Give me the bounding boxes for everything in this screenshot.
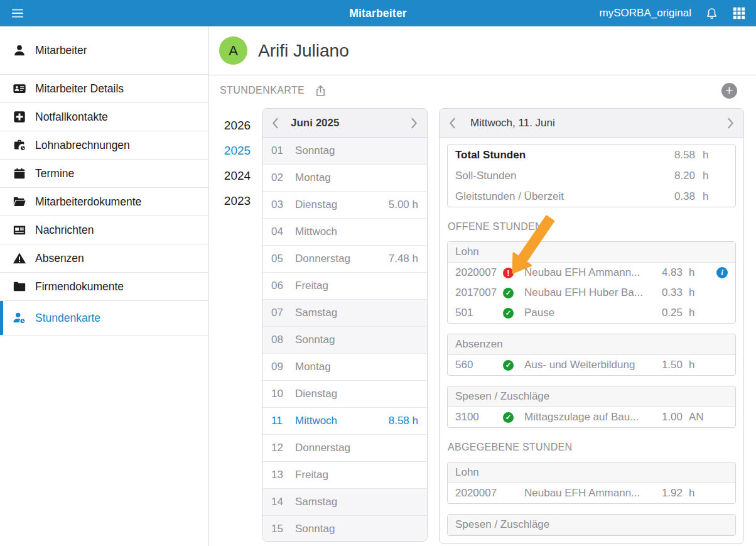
entry-value: 0.33 (651, 287, 683, 299)
day-name: Mittwoch (295, 226, 418, 238)
next-month-button[interactable] (411, 117, 418, 129)
day-list: 01Sonntag02Montag03Dienstag5.00 h04Mittw… (262, 138, 427, 542)
calendar-day-row[interactable]: 05Donnerstag7.48 h (262, 246, 427, 273)
summary-value: 8.58 (664, 149, 695, 161)
day-number: 11 (271, 415, 295, 427)
calendar-day-row[interactable]: 07Samstag (262, 300, 427, 327)
status-cell: ! (503, 268, 524, 278)
upload-icon[interactable] (314, 84, 327, 97)
sidebar-item-label: Firmendokumente (35, 280, 124, 293)
day-detail-panel: Mittwoch, 11. Juni Total Stunden8.58hSol… (439, 108, 744, 544)
status-ok-icon: ✓ (503, 288, 514, 298)
section-title: STUNDENKARTE (220, 85, 305, 96)
calendar-day-row[interactable]: 04Mittwoch (262, 219, 427, 246)
sidebar-item-stundenkarte[interactable]: Stundenkarte (0, 301, 208, 336)
hours-entry-row[interactable]: 3100✓Mittagszulage auf Bau...1.00AN (448, 407, 735, 427)
year-item-2025[interactable]: 2025 (224, 138, 251, 163)
status-cell: ✓ (503, 412, 524, 423)
year-item-2023[interactable]: 2023 (224, 188, 251, 214)
hours-entry-row[interactable]: 501✓Pause0.25h (448, 303, 735, 323)
hours-entry-row[interactable]: 560✓Aus- und Weiterbildung1.50h (448, 355, 735, 375)
status-cell: ✓ (503, 308, 524, 319)
hours-group-lohn: Lohn2020007!Neubau EFH Ammann...4.83hi20… (447, 241, 736, 324)
entry-code: 3100 (455, 411, 503, 423)
year-list: 2026202520242023 (219, 106, 256, 546)
apps-grid-icon[interactable] (732, 6, 746, 20)
sidebar-item-label: Stundenkarte (35, 312, 100, 325)
hours-entry-row[interactable]: 2017007✓Neubau EFH Huber Ba...0.33h (448, 283, 735, 303)
calendar-day-row[interactable]: 14Samstag (262, 489, 427, 516)
hours-group-spesen-zuschl-ge: Spesen / Zuschläge (447, 514, 736, 536)
sidebar-item-label: Mitarbeiter Details (35, 82, 124, 96)
group-title: Absenzen (448, 334, 735, 355)
entry-name: Aus- und Weiterbildung (524, 359, 651, 371)
sidebar-item-lohnabrechnungen[interactable]: Lohnabrechnungen (0, 131, 208, 160)
sidebar-item-mitarbeiter[interactable]: Mitarbeiter (0, 26, 208, 75)
calendar-day-row[interactable]: 12Donnerstag (262, 435, 427, 462)
day-name: Dienstag (295, 388, 418, 400)
calendar-day-row[interactable]: 03Dienstag5.00 h (262, 192, 427, 219)
day-header: Mittwoch, 11. Juni (440, 109, 743, 138)
calendar-day-row[interactable]: 09Montag (262, 354, 427, 381)
prev-month-button[interactable] (272, 117, 279, 129)
prev-day-button[interactable] (449, 117, 456, 129)
calendar-day-row[interactable]: 13Freitag (262, 462, 427, 489)
person-clock-icon (11, 311, 28, 325)
summary-row: Gleitstunden / Überzeit0.38h (448, 186, 735, 207)
account-name[interactable]: mySORBA_original (600, 7, 691, 19)
day-name: Samstag (295, 307, 418, 319)
calendar-day-row[interactable]: 06Freitag (262, 273, 427, 300)
next-day-button[interactable] (727, 117, 734, 129)
calendar-day-row[interactable]: 11Mittwoch8.58 h (262, 408, 427, 435)
employee-header: A Arifi Juliano (209, 26, 756, 75)
sidebar-item-firmendokumente[interactable]: Firmendokumente (0, 273, 208, 301)
calendar-day-row[interactable]: 08Sonntag (262, 327, 427, 354)
entry-value: 1.00 (651, 411, 683, 423)
avatar-initial: A (229, 43, 238, 59)
hours-entry-row[interactable]: 2020007Neubau EFH Ammann...1.92h (448, 483, 735, 503)
info-icon[interactable]: i (716, 267, 728, 278)
stundenkarte-toolbar: STUNDENKARTE + (209, 75, 756, 106)
sidebar-item-absenzen[interactable]: Absenzen (0, 244, 208, 273)
status-ok-icon: ✓ (503, 308, 514, 319)
hours-group-lohn: Lohn2020007Neubau EFH Ammann...1.92h (447, 462, 736, 504)
add-entry-button[interactable]: + (721, 83, 737, 99)
sidebar-item-mitarbeiterdokumente[interactable]: Mitarbeiterdokumente (0, 188, 208, 216)
summary-row: Total Stunden8.58h (448, 145, 735, 165)
year-item-2026[interactable]: 2026 (224, 113, 251, 138)
sidebar-item-nachrichten[interactable]: Nachrichten (0, 216, 208, 244)
day-number: 13 (271, 469, 295, 481)
calendar-day-row[interactable]: 02Montag (262, 165, 427, 192)
sidebar-item-termine[interactable]: Termine (0, 160, 208, 188)
avatar: A (219, 36, 247, 65)
calendar-day-row[interactable]: 15Sonntag (262, 516, 427, 542)
calendar-day-row[interactable]: 01Sonntag (262, 138, 427, 165)
sidebar-item-label: Absenzen (35, 252, 84, 265)
calendar-day-row[interactable]: 10Dienstag (262, 381, 427, 408)
news-icon (11, 223, 28, 237)
sidebar-item-label: Mitarbeiterdokumente (35, 195, 141, 209)
sidebar-item-notfallkontakte[interactable]: Notfallkontakte (0, 103, 208, 131)
entry-unit: AN (689, 411, 710, 423)
entry-unit: h (689, 359, 710, 371)
day-name: Sonntag (295, 523, 418, 535)
year-item-2024[interactable]: 2024 (224, 163, 251, 188)
timecard-content: 2026202520242023 Juni 2025 01Sonntag02Mo… (209, 106, 756, 546)
day-number: 01 (271, 145, 295, 157)
entry-name: Mittagszulage auf Bau... (524, 411, 651, 423)
hours-entry-row[interactable]: 2020007!Neubau EFH Ammann...4.83hi (448, 263, 735, 283)
folder-icon (11, 280, 28, 293)
id-card-icon (11, 82, 28, 96)
day-number: 05 (271, 253, 295, 265)
day-name: Sonntag (295, 334, 418, 346)
hours-group-spesen-zuschl-ge: Spesen / Zuschläge3100✓Mittagszulage auf… (447, 386, 736, 428)
entry-name: Pause (524, 307, 651, 319)
sidebar-item-label: Lohnabrechnungen (35, 139, 130, 152)
menu-icon[interactable] (10, 6, 25, 21)
topbar-actions: mySORBA_original (600, 6, 746, 21)
day-name: Sonntag (295, 145, 418, 157)
sidebar-item-mitarbeiter-details[interactable]: Mitarbeiter Details (0, 75, 208, 103)
bell-icon[interactable] (705, 6, 719, 21)
day-label: Mittwoch, 11. Juni (470, 117, 555, 129)
info-cell: i (710, 267, 728, 278)
